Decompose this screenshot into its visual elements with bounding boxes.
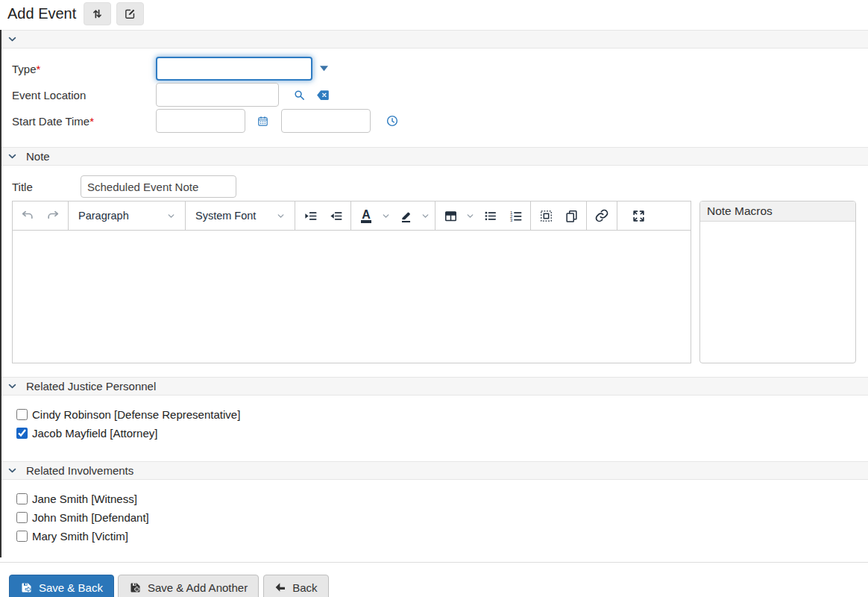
fullscreen-icon <box>632 209 646 223</box>
type-row: Type* <box>0 57 868 81</box>
row-checkbox[interactable] <box>16 512 28 523</box>
row-checkbox[interactable] <box>16 531 28 542</box>
save-back-icon <box>20 581 33 594</box>
indent-button[interactable] <box>298 203 323 228</box>
back-button[interactable]: Back <box>263 575 328 597</box>
type-input[interactable] <box>156 57 312 81</box>
involvements-list: Jane Smith [Witness]John Smith [Defendan… <box>0 480 868 556</box>
note-title-row: Title <box>0 175 868 198</box>
page-header: Add Event <box>0 0 868 27</box>
personnel-section-label: Related Justice Personnel <box>26 380 156 393</box>
note-editor-content[interactable] <box>12 231 691 363</box>
save-and-back-button[interactable]: Save & Back <box>9 575 114 597</box>
note-macros-list[interactable] <box>700 222 855 363</box>
swap-order-button[interactable] <box>84 2 111 25</box>
rich-text-editor: Paragraph System Font <box>12 201 691 363</box>
note-editor-row: Paragraph System Font <box>12 201 856 363</box>
start-date-input[interactable] <box>156 109 245 133</box>
link-group <box>587 201 617 230</box>
row-checkbox[interactable] <box>16 428 28 439</box>
calendar-icon[interactable] <box>257 115 269 128</box>
location-clear-icon[interactable] <box>316 90 330 101</box>
personnel-section-bar[interactable]: Related Justice Personnel <box>0 377 868 396</box>
checkbox-row[interactable]: John Smith [Defendant] <box>16 511 868 524</box>
note-title-label: Title <box>0 181 81 193</box>
start-time-input[interactable] <box>281 109 371 133</box>
back-label: Back <box>292 581 317 594</box>
text-color-button[interactable]: A <box>353 203 379 228</box>
fullscreen-button[interactable] <box>620 203 657 228</box>
save-and-add-another-button[interactable]: Save & Add Another <box>118 575 259 597</box>
clock-icon[interactable] <box>386 114 399 128</box>
event-location-row: Event Location <box>0 83 868 107</box>
chevron-down-icon[interactable] <box>7 34 17 44</box>
paragraph-style-select[interactable]: Paragraph <box>71 210 183 222</box>
checkbox-row[interactable]: Mary Smith [Victim] <box>16 530 868 543</box>
highlight-color-button[interactable] <box>393 203 418 228</box>
checkbox-row[interactable]: Cindy Robinson [Defense Representative] <box>16 408 868 421</box>
row-label: Cindy Robinson [Defense Representative] <box>32 408 240 421</box>
chevron-down-icon[interactable] <box>463 212 477 220</box>
event-location-input[interactable] <box>156 83 279 107</box>
details-section-bar[interactable] <box>0 30 868 49</box>
text-color-icon: A <box>361 209 371 223</box>
svg-text:3: 3 <box>509 218 512 222</box>
panel-left-edge <box>0 30 1 557</box>
indent-icon <box>304 209 318 223</box>
highlight-pen-icon <box>399 209 413 223</box>
location-search-icon[interactable] <box>293 89 306 101</box>
font-family-select[interactable]: System Font <box>188 210 292 222</box>
font-family-value: System Font <box>195 210 256 222</box>
note-macros-panel: Note Macros <box>699 201 856 363</box>
undo-icon <box>20 208 35 223</box>
note-section-bar[interactable]: Note <box>0 147 868 166</box>
chevron-down-icon[interactable] <box>7 381 17 391</box>
row-checkbox[interactable] <box>16 409 28 420</box>
type-label: Type* <box>0 63 156 75</box>
font-group: System Font <box>186 201 295 230</box>
chevron-down-icon <box>277 212 285 220</box>
color-group: A <box>351 201 435 230</box>
table-icon <box>444 209 458 223</box>
numbered-list-button[interactable]: 1 2 3 <box>503 203 528 228</box>
required-asterisk: * <box>37 63 41 75</box>
bullet-list-button[interactable] <box>477 203 503 228</box>
undo-button[interactable] <box>15 203 40 228</box>
checkbox-row[interactable]: Jacob Mayfield [Attorney] <box>16 427 868 440</box>
numbered-list-icon: 1 2 3 <box>509 209 523 223</box>
redo-button[interactable] <box>40 203 66 228</box>
chevron-down-icon[interactable] <box>379 212 393 220</box>
chevron-down-icon <box>167 212 175 220</box>
chevron-down-icon[interactable] <box>7 466 17 475</box>
select-all-icon <box>539 209 553 223</box>
table-button[interactable] <box>438 203 463 228</box>
chevron-down-icon[interactable] <box>418 212 433 220</box>
link-icon <box>594 208 609 223</box>
row-label: Mary Smith [Victim] <box>32 530 128 543</box>
personnel-list: Cindy Robinson [Defense Representative]J… <box>0 396 868 453</box>
copy-icon <box>564 209 579 223</box>
chevron-down-icon[interactable] <box>7 151 17 161</box>
footer-actions: Save & Back Save & Add Another Back <box>0 563 868 597</box>
note-macros-header: Note Macros <box>700 201 855 222</box>
select-all-button[interactable] <box>533 203 559 228</box>
row-label: Jacob Mayfield [Attorney] <box>32 427 157 440</box>
edit-button[interactable] <box>116 2 144 25</box>
redo-icon <box>45 208 60 223</box>
row-checkbox[interactable] <box>16 493 28 504</box>
undo-redo-group <box>13 201 69 230</box>
insert-link-button[interactable] <box>589 203 614 228</box>
type-dropdown-caret-icon[interactable] <box>320 66 328 72</box>
row-label: John Smith [Defendant] <box>32 511 149 524</box>
outdent-button[interactable] <box>323 203 348 228</box>
note-title-input[interactable] <box>81 175 236 198</box>
checkbox-row[interactable]: Jane Smith [Witness] <box>16 493 868 505</box>
involvements-section-bar[interactable]: Related Involvements <box>0 461 868 480</box>
start-date-time-label: Start Date Time* <box>0 115 156 128</box>
copy-icon-button[interactable] <box>559 203 584 228</box>
note-section-label: Note <box>26 150 50 163</box>
select-copy-group <box>531 201 587 230</box>
row-label: Jane Smith [Witness] <box>32 493 137 505</box>
indent-group <box>295 201 351 230</box>
outdent-icon <box>329 209 343 223</box>
